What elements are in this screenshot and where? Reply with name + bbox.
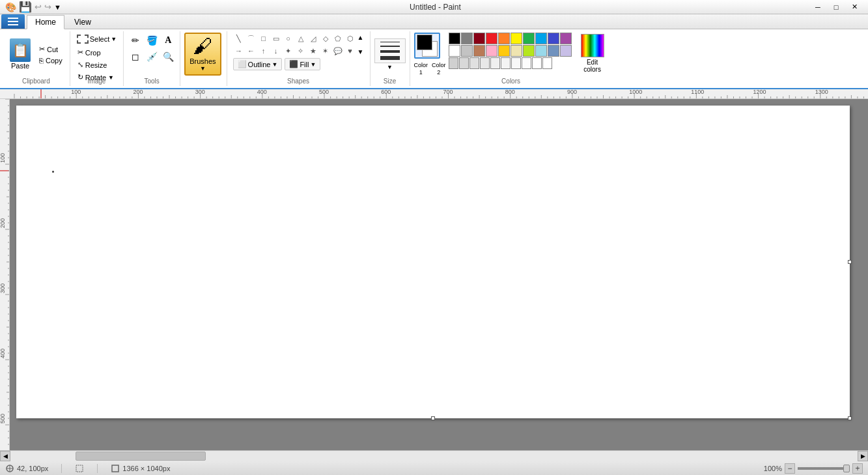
quick-menu[interactable]: ▼: [54, 3, 61, 11]
zoom-track[interactable]: [798, 467, 850, 470]
shape-4arrow[interactable]: ✦: [283, 45, 294, 57]
brushes-button[interactable]: 🖌 Brushes ▼: [184, 33, 221, 76]
shape-ellipse[interactable]: ○: [283, 33, 294, 44]
shapes-scroll-up[interactable]: ▲: [357, 34, 364, 41]
shape-rarrow[interactable]: →: [233, 45, 245, 57]
color-swatch-1-7[interactable]: [535, 45, 547, 57]
resize-handle-corner[interactable]: [848, 416, 852, 420]
select-button[interactable]: Select ▼: [74, 33, 120, 46]
gray-swatch-1[interactable]: [459, 57, 469, 69]
shape-uarrow[interactable]: ↑: [258, 45, 270, 57]
shape-rect[interactable]: □: [258, 33, 270, 44]
outline-button[interactable]: ⬜ Outline ▼: [233, 58, 283, 70]
color-swatch-0-9[interactable]: [560, 33, 572, 44]
zoom-minus-button[interactable]: −: [785, 463, 795, 474]
shape-callout[interactable]: 💬: [332, 45, 344, 57]
color-swatch-0-8[interactable]: [548, 33, 559, 44]
color-swatch-1-4[interactable]: [498, 45, 510, 57]
gray-swatch-3[interactable]: [480, 57, 490, 69]
color-swatch-1-3[interactable]: [486, 45, 497, 57]
gray-swatch-4[interactable]: [490, 57, 500, 69]
ruler-canvas: [0, 89, 868, 98]
color-swatch-0-4[interactable]: [498, 33, 510, 44]
shape-heart[interactable]: ♥: [344, 45, 356, 57]
fill-button[interactable]: ⬛ Fill ▼: [285, 58, 320, 70]
size-button[interactable]: ▼: [374, 38, 406, 70]
color-swatch-0-1[interactable]: [461, 33, 473, 44]
edit-colors-button[interactable]: Editcolors: [577, 33, 608, 74]
tab-home[interactable]: Home: [27, 15, 64, 29]
ribbon-tabs: Home View: [0, 14, 868, 29]
quick-redo[interactable]: ↪: [44, 2, 51, 12]
pencil-tool[interactable]: ✏: [128, 33, 143, 48]
close-button[interactable]: ✕: [846, 1, 863, 13]
zoom-plus-button[interactable]: +: [852, 463, 863, 474]
canvas-dot: [52, 171, 54, 173]
color-swatch-1-8[interactable]: [548, 45, 559, 57]
color-swatch-1-0[interactable]: [449, 45, 460, 57]
scroll-thumb[interactable]: [76, 452, 206, 461]
shape-star6[interactable]: ✶: [320, 45, 331, 57]
color-swatch-1-2[interactable]: [473, 45, 485, 57]
resize-handle-bottom[interactable]: [431, 416, 435, 420]
gray-swatch-2[interactable]: [469, 57, 479, 69]
eyedropper-tool[interactable]: 💉: [144, 49, 160, 65]
color-swatch-0-5[interactable]: [511, 33, 522, 44]
color1-button[interactable]: [414, 33, 440, 59]
quick-save[interactable]: 💾: [19, 1, 32, 13]
eraser-tool[interactable]: ◻: [128, 49, 143, 65]
minimize-button[interactable]: ─: [809, 1, 826, 13]
maximize-button[interactable]: □: [828, 1, 845, 13]
shapes-scroll-down[interactable]: ▼: [357, 48, 364, 55]
scroll-track[interactable]: [10, 451, 858, 461]
shape-line[interactable]: ╲: [233, 33, 245, 44]
fill-tool[interactable]: 🪣: [144, 33, 160, 48]
paste-button[interactable]: 📋 Paste: [7, 36, 34, 72]
shape-pentagon[interactable]: ⬠: [332, 33, 344, 44]
color-swatch-1-6[interactable]: [523, 45, 535, 57]
cut-button[interactable]: ✂ Cut: [36, 44, 66, 55]
color-swatch-1-9[interactable]: [560, 45, 572, 57]
scroll-left-button[interactable]: ◀: [0, 451, 10, 461]
size-label: Size: [384, 78, 396, 85]
shape-diamond[interactable]: ◇: [320, 33, 331, 44]
coords-display: 42, 100px: [5, 464, 48, 473]
canvas-container[interactable]: [10, 99, 868, 450]
shape-curve[interactable]: ⌒: [245, 33, 257, 44]
text-tool[interactable]: A: [160, 33, 176, 48]
ribbon-menu-button[interactable]: [1, 14, 25, 29]
color-swatch-0-6[interactable]: [523, 33, 535, 44]
dimensions-icon: [111, 464, 120, 473]
gray-swatch-6[interactable]: [511, 57, 521, 69]
color-swatch-1-1[interactable]: [461, 45, 473, 57]
shape-star5[interactable]: ★: [307, 45, 319, 57]
shape-rtriangle[interactable]: ◿: [307, 33, 319, 44]
gray-swatch-8[interactable]: [532, 57, 542, 69]
tab-view[interactable]: View: [66, 14, 100, 29]
color-swatch-0-7[interactable]: [535, 33, 547, 44]
shape-triangle[interactable]: △: [295, 33, 307, 44]
color-swatch-0-3[interactable]: [486, 33, 497, 44]
zoom-thumb[interactable]: [843, 465, 850, 472]
shape-larrow[interactable]: ←: [245, 45, 257, 57]
shape-darrow[interactable]: ↓: [270, 45, 282, 57]
shape-roundrect[interactable]: ▭: [270, 33, 282, 44]
gray-swatch-5[interactable]: [501, 57, 511, 69]
scroll-right-button[interactable]: ▶: [858, 451, 868, 461]
color-swatch-1-5[interactable]: [511, 45, 522, 57]
quick-undo[interactable]: ↩: [35, 2, 42, 12]
gray-swatch-9[interactable]: [542, 57, 552, 69]
gray-swatch-0[interactable]: [449, 57, 458, 69]
copy-button[interactable]: ⎘ Copy: [36, 55, 66, 66]
magnify-tool[interactable]: 🔍: [160, 49, 176, 65]
resize-handle-right[interactable]: [848, 260, 852, 264]
crop-button[interactable]: ✂ Crop: [74, 47, 120, 58]
resize-button[interactable]: ⤡ Resize: [74, 59, 120, 70]
shape-hexagon[interactable]: ⬡: [344, 33, 356, 44]
color-swatch-0-0[interactable]: [449, 33, 460, 44]
shape-star4[interactable]: ✧: [295, 45, 307, 57]
brushes-icon: 🖌: [193, 36, 212, 56]
paint-canvas[interactable]: [16, 106, 850, 418]
color-swatch-0-2[interactable]: [473, 33, 485, 44]
gray-swatch-7[interactable]: [522, 57, 531, 69]
